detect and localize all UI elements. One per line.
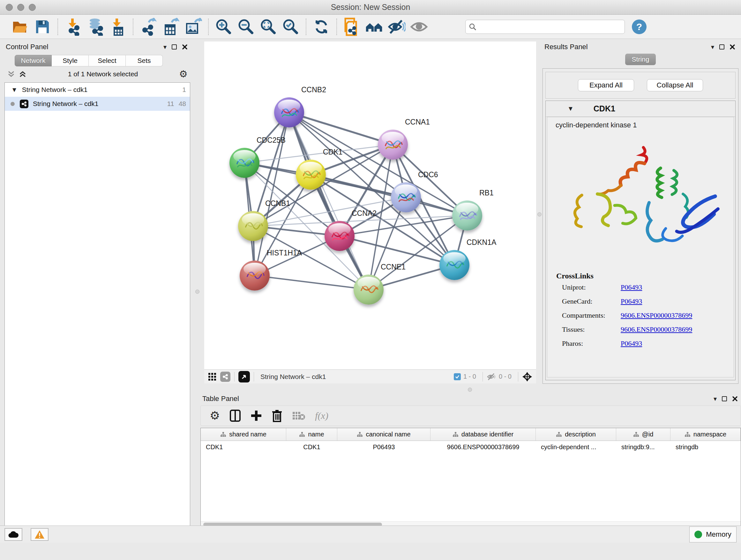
network-selection-bar: 1 of 1 Network selected ⚙ (4, 66, 191, 82)
export-image-icon[interactable] (184, 18, 202, 36)
network-options-gear-icon[interactable]: ⚙ (179, 69, 188, 79)
table-panel-title: Table Panel (202, 395, 239, 403)
right-splitter-handle[interactable] (537, 212, 542, 216)
warning-icon (35, 530, 45, 539)
import-network-file-icon[interactable] (64, 18, 82, 36)
delete-table-icon[interactable] (292, 411, 306, 421)
table-toolbar: ⚙ f(x) (200, 406, 741, 426)
export-network-icon[interactable] (139, 18, 157, 36)
delete-column-icon[interactable] (272, 409, 282, 422)
entry-collapse-icon[interactable]: ▼ (567, 105, 574, 112)
duplicate-network-icon[interactable] (343, 18, 361, 36)
zoom-selected-icon[interactable] (282, 18, 300, 36)
float-panel-icon[interactable] (722, 396, 727, 401)
tab-style[interactable]: Style (52, 55, 89, 66)
import-table-file-icon[interactable] (109, 18, 127, 36)
crosslink-row: Pharos:P06493 (547, 336, 734, 351)
function-builder-icon[interactable]: f(x) (315, 410, 328, 421)
table-row[interactable]: CDK1CDK1P064939606.ENSP00000378699cyclin… (201, 441, 741, 454)
table-options-gear-icon[interactable]: ⚙ (210, 410, 220, 422)
edge-CCNB2-CCNE1[interactable] (289, 112, 368, 290)
horizontal-splitter-handle[interactable] (468, 388, 472, 392)
refresh-view-icon[interactable] (313, 18, 330, 36)
network-node-CDC6[interactable] (391, 182, 421, 212)
network-collection-row[interactable]: ▼ String Network – cdk1 1 (5, 83, 190, 97)
network-node-CDK1[interactable] (296, 160, 326, 190)
crosslink-link[interactable]: P06493 (621, 297, 642, 306)
search-box[interactable] (465, 20, 625, 34)
show-all-icon[interactable] (410, 18, 428, 36)
column-header-canonical-name[interactable]: canonical name (337, 428, 430, 441)
collection-expand-icon[interactable]: ▼ (11, 86, 17, 94)
selected-indicator-checkbox[interactable] (454, 373, 461, 380)
network-node-CCNB2[interactable] (274, 98, 304, 127)
column-header-database-identifier[interactable]: database identifier (430, 428, 536, 441)
node-table: shared namenamecanonical namedatabase id… (200, 428, 741, 527)
panel-menu-icon[interactable]: ▾ (714, 395, 717, 402)
network-node-CCNE1[interactable] (354, 274, 384, 305)
network-node-HIST1H1A[interactable] (240, 260, 270, 291)
tab-sets[interactable]: Sets (126, 55, 163, 66)
zoom-in-icon[interactable] (215, 18, 232, 36)
network-node-CCNA2[interactable] (325, 221, 354, 251)
edge-HIST1H1A-CCNE1[interactable] (255, 275, 368, 290)
network-node-CCNA1[interactable] (378, 130, 408, 160)
close-panel-icon[interactable] (730, 44, 735, 50)
column-header-name[interactable]: name (286, 428, 337, 441)
center-view-icon[interactable] (522, 372, 532, 382)
warning-status-button[interactable] (30, 528, 49, 541)
crosslink-link[interactable]: 9606.ENSP00000378699 (621, 311, 692, 320)
panel-menu-icon[interactable]: ▾ (163, 43, 166, 51)
memory-button[interactable]: Memory (689, 526, 737, 543)
save-session-icon[interactable] (33, 18, 51, 36)
first-neighbors-icon[interactable] (365, 18, 383, 36)
network-node-CDKN1A[interactable] (440, 250, 469, 280)
expand-all-button[interactable]: Expand All (578, 79, 634, 91)
column-header-namespace[interactable]: namespace (670, 428, 741, 441)
network-canvas[interactable]: CCNB2CCNA1CDC25BCDK1CDC6RB1CCNB1CCNA2CDK… (204, 42, 536, 369)
search-input[interactable] (479, 23, 624, 30)
entry-description: cyclin-dependent kinase 1 (547, 121, 734, 129)
main-toolbar: ? (0, 15, 741, 39)
collapse-all-button[interactable]: Collapse All (647, 79, 703, 91)
float-panel-icon[interactable] (172, 44, 177, 50)
birdseye-view-icon[interactable] (239, 371, 250, 382)
tab-select[interactable]: Select (89, 55, 126, 66)
zoom-out-icon[interactable] (237, 18, 255, 36)
panel-menu-icon[interactable]: ▾ (711, 43, 714, 51)
tab-string[interactable]: String (625, 54, 656, 65)
open-session-icon[interactable] (11, 18, 29, 36)
help-icon[interactable]: ? (632, 19, 647, 34)
crosslink-link[interactable]: 9606.ENSP00000378699 (621, 325, 692, 334)
edge-CDK1-RB1[interactable] (311, 175, 467, 215)
import-network-database-icon[interactable] (86, 18, 105, 36)
float-panel-icon[interactable] (719, 44, 724, 50)
tab-network[interactable]: Network (15, 55, 52, 66)
crosslink-link[interactable]: P06493 (621, 283, 642, 292)
node-result-header[interactable]: ▼ CDK1 (546, 101, 735, 117)
export-table-icon[interactable] (162, 18, 180, 36)
close-panel-icon[interactable] (182, 44, 188, 50)
left-splitter-handle[interactable] (195, 290, 199, 294)
hide-selected-icon[interactable] (388, 18, 406, 36)
show-columns-icon[interactable] (229, 409, 241, 422)
cloud-status-button[interactable] (4, 528, 22, 541)
network-node-CDC25B[interactable] (229, 148, 259, 178)
column-header-description[interactable]: description (536, 428, 616, 441)
grid-mode-icon[interactable] (208, 373, 216, 381)
expand-all-networks-icon[interactable] (18, 70, 27, 78)
network-view-tile-icon[interactable] (220, 372, 230, 382)
column-header-shared-name[interactable]: shared name (201, 428, 286, 441)
add-column-icon[interactable] (251, 410, 262, 422)
node-label-CCNA1: CCNA1 (405, 118, 430, 126)
toolbar-divider (306, 18, 307, 35)
network-row[interactable]: String Network – cdk1 11 48 (5, 97, 190, 111)
edge-CCNB2-CCNA1[interactable] (289, 112, 393, 145)
close-panel-icon[interactable] (732, 396, 738, 401)
zoom-fit-icon[interactable] (259, 18, 277, 36)
collapse-all-networks-icon[interactable] (7, 70, 15, 78)
network-node-RB1[interactable] (452, 200, 482, 231)
network-node-CCNB1[interactable] (238, 211, 268, 241)
crosslink-link[interactable]: P06493 (621, 339, 642, 348)
column-header-@id[interactable]: @id (616, 428, 670, 441)
